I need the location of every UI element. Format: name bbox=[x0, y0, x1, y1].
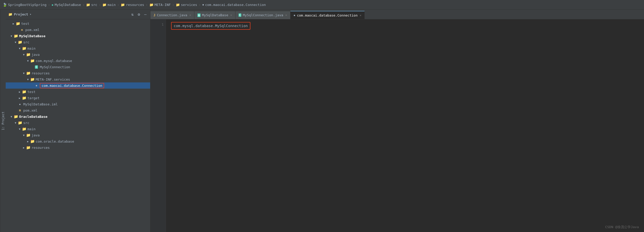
breadcrumb-services[interactable]: services bbox=[181, 3, 197, 7]
breadcrumb-main[interactable]: main bbox=[108, 3, 116, 7]
project-side-tab[interactable]: 1: Project bbox=[0, 10, 6, 232]
folder-icon-src-oracle: 📁 bbox=[18, 121, 22, 125]
tree-item-iml[interactable]: ▪ MySqlDataBase.iml bbox=[6, 101, 150, 107]
tree-arrow-src-oracle: ▼ bbox=[13, 121, 18, 125]
main-layout: 1: Project 📁 Project ▾ ⇅ ⚙ — ▶ 📁 test bbox=[0, 10, 644, 232]
tree-item-mysqldatabase[interactable]: ▼ 📁 MySqlDataBase bbox=[6, 33, 150, 39]
tree-label-com-oracle: com.oracle.database bbox=[36, 140, 74, 143]
tab-icon-com-maocai: ▪ bbox=[294, 13, 295, 17]
tree-item-com-mysql[interactable]: ▼ 📁 com.mysql.database bbox=[6, 58, 150, 64]
tab-icon-connection-java: J bbox=[154, 13, 155, 17]
tree-arrow-test: ▶ bbox=[11, 21, 16, 26]
tree-label-resources-oracle: resources bbox=[32, 146, 50, 150]
tree-arrow-metainf: ▼ bbox=[26, 77, 30, 81]
tab-bar: J Connection.java ✕ m MySqlDataBase ✕ C … bbox=[150, 10, 644, 19]
right-panel: J Connection.java ✕ m MySqlDataBase ✕ C … bbox=[150, 10, 644, 232]
tab-close-com-maocai[interactable]: ✕ bbox=[360, 14, 362, 17]
tree-label-resources: resources bbox=[32, 71, 50, 75]
tree-arrow-main: ▼ bbox=[18, 46, 22, 50]
folder-icon-resources: 📁 bbox=[26, 71, 30, 75]
folder-icon3: 📁 bbox=[121, 3, 125, 7]
breadcrumb-file[interactable]: com.maocai.database.Connection bbox=[205, 3, 266, 7]
tab-label-mysqlconnection: MySqlConnection.java bbox=[243, 13, 283, 17]
breadcrumb-sep2: › bbox=[82, 3, 85, 7]
tree-item-metainf-services[interactable]: ▼ 📁 META-INF.services bbox=[6, 76, 150, 82]
sidebar-header-left: 📁 Project ▾ bbox=[8, 12, 31, 16]
tree-arrow-java-oracle: ▼ bbox=[22, 133, 26, 137]
tree-item-test2[interactable]: ▶ 📁 test bbox=[6, 89, 150, 95]
project-folder-icon: 📁 bbox=[8, 12, 12, 16]
tree-item-java[interactable]: ▼ 📁 java bbox=[6, 51, 150, 58]
tree-arrow-target: ▶ bbox=[18, 96, 22, 100]
folder-icon-main-oracle: 📁 bbox=[22, 127, 26, 131]
folder-icon-java: 📁 bbox=[26, 52, 30, 57]
tree-label-connection: com.maocai.database.Connection bbox=[40, 83, 104, 88]
tree-label-com-mysql: com.mysql.database bbox=[36, 59, 72, 63]
breadcrumb-metainf[interactable]: META-INF bbox=[155, 3, 171, 7]
tree-arrow-resources-oracle: ▶ bbox=[22, 145, 26, 150]
breadcrumb-sep5: › bbox=[146, 3, 148, 7]
tree-arrow-test2: ▶ bbox=[18, 90, 22, 94]
breadcrumb-resources[interactable]: resources bbox=[126, 3, 144, 7]
file-icon-pom2: m bbox=[18, 108, 22, 112]
tree-arrow-oracle: ▼ bbox=[9, 114, 13, 119]
tree-label-java: java bbox=[32, 53, 40, 57]
line-numbers: 1 bbox=[150, 19, 166, 232]
tree-item-com-oracle[interactable]: ▶ 📁 com.oracle.database bbox=[6, 138, 150, 144]
folder-icon-com-oracle: 📁 bbox=[30, 139, 35, 143]
tree-label-iml: MySqlDataBase.iml bbox=[23, 102, 58, 106]
tab-close-mysqlconnection[interactable]: ✕ bbox=[285, 13, 287, 17]
tree-item-pom1[interactable]: m pom.xml bbox=[6, 27, 150, 33]
tree-arrow-mysqldatabase: ▼ bbox=[9, 34, 13, 38]
tree-item-pom2[interactable]: m pom.xml bbox=[6, 107, 150, 113]
tree-item-test[interactable]: ▶ 📁 test bbox=[6, 20, 150, 27]
tab-close-mysqldatabase[interactable]: ✕ bbox=[230, 13, 232, 17]
tree-label-oracle: OracleDataBase bbox=[19, 115, 48, 119]
tree-arrow-pom1 bbox=[16, 28, 20, 32]
tree-item-resources[interactable]: ▼ 📁 resources bbox=[6, 70, 150, 76]
tree-label-main: main bbox=[27, 47, 35, 50]
settings-button[interactable]: ⚙ bbox=[137, 12, 141, 17]
tab-mysqldatabase[interactable]: m MySqlDataBase ✕ bbox=[194, 11, 235, 19]
breadcrumb-project[interactable]: SpringBootVipSpring bbox=[8, 3, 47, 7]
sidebar-header-buttons: ⇅ ⚙ — bbox=[130, 12, 148, 17]
tree-item-oracledatabase[interactable]: ▼ 📁 OracleDataBase bbox=[6, 113, 150, 120]
editor-content[interactable]: com.mysql.database.MySqlConnection bbox=[166, 19, 644, 232]
breadcrumb-bar: 🍃 SpringBootVipSpring › ▪ MySqlDataBase … bbox=[0, 0, 644, 10]
sidebar: 📁 Project ▾ ⇅ ⚙ — ▶ 📁 test m bbox=[6, 10, 150, 232]
folder-icon-src: 📁 bbox=[18, 40, 22, 44]
folder-icon4: 📁 bbox=[149, 3, 154, 7]
tree-item-target[interactable]: ▶ 📁 target bbox=[6, 95, 150, 101]
breadcrumb-src[interactable]: src bbox=[91, 3, 97, 7]
tree-label-java-oracle: java bbox=[32, 133, 40, 137]
tree-arrow-com-mysql: ▼ bbox=[26, 59, 30, 63]
sort-button[interactable]: ⇅ bbox=[130, 12, 135, 17]
tab-connection-java[interactable]: J Connection.java ✕ bbox=[150, 11, 194, 19]
tree-item-src-oracle[interactable]: ▼ 📁 src bbox=[6, 120, 150, 126]
tree-arrow-pom2 bbox=[13, 108, 18, 112]
tree-arrow-mysqlconnection bbox=[30, 65, 34, 69]
tree-item-main[interactable]: ▼ 📁 main bbox=[6, 45, 150, 51]
tree-item-mysqlconnection[interactable]: C MySqlConnection bbox=[6, 64, 150, 70]
folder-icon-mysqldatabase: 📁 bbox=[13, 34, 18, 38]
tab-close-connection-java[interactable]: ✕ bbox=[189, 13, 191, 17]
tab-label-com-maocai: com.maocai.database.Connection bbox=[297, 13, 358, 17]
tree-item-src[interactable]: ▼ 📁 src bbox=[6, 39, 150, 45]
tree-item-main-oracle[interactable]: ▼ 📁 main bbox=[6, 126, 150, 132]
breadcrumb-module[interactable]: MySqlDataBase bbox=[55, 3, 81, 7]
tab-mysqlconnection[interactable]: C MySqlConnection.java ✕ bbox=[235, 11, 290, 19]
tab-com-maocai-connection[interactable]: ▪ com.maocai.database.Connection ✕ bbox=[290, 11, 365, 19]
tree-item-resources-oracle[interactable]: ▶ 📁 resources bbox=[6, 144, 150, 151]
tree-label-main-oracle: main bbox=[27, 127, 35, 131]
tab-label-mysqldatabase: MySqlDataBase bbox=[202, 13, 228, 17]
collapse-button[interactable]: — bbox=[143, 12, 148, 17]
file-icon: ▪ bbox=[202, 3, 204, 6]
sidebar-dropdown-icon[interactable]: ▾ bbox=[30, 13, 32, 16]
tree-item-connection-file[interactable]: ▪ com.maocai.database.Connection bbox=[6, 82, 150, 89]
tree-arrow-com-oracle: ▶ bbox=[26, 139, 30, 143]
tree-item-java-oracle[interactable]: ▼ 📁 java bbox=[6, 132, 150, 138]
line-number-1: 1 bbox=[150, 22, 164, 27]
file-icon-mysqlconnection: C bbox=[34, 65, 39, 69]
sidebar-tree[interactable]: ▶ 📁 test m pom.xml ▼ 📁 MySqlDataBase bbox=[6, 19, 150, 232]
tree-label-pom2: pom.xml bbox=[23, 109, 37, 112]
